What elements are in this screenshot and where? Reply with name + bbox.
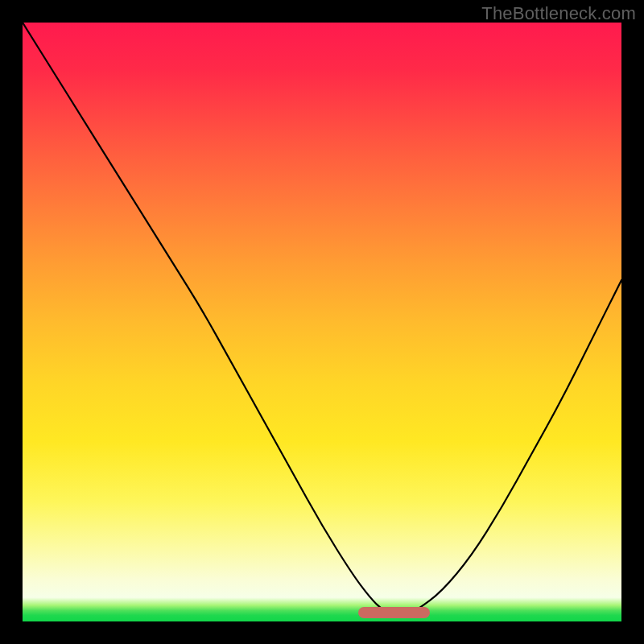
plot-area [23, 23, 621, 621]
bottleneck-curve [23, 23, 621, 621]
chart-frame: TheBottleneck.com [0, 0, 644, 644]
watermark-text: TheBottleneck.com [481, 3, 636, 24]
trough-marker-icon [358, 607, 430, 618]
